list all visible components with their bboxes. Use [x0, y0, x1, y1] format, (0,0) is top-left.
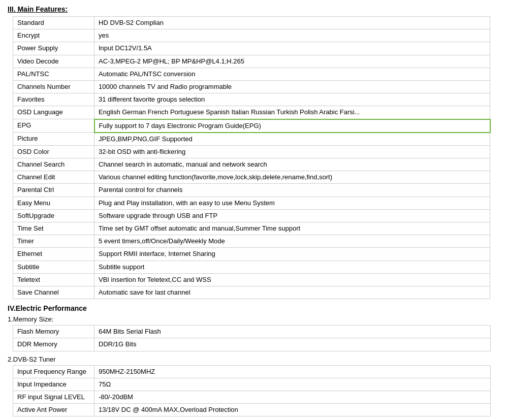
row-value: HD DVB-S2 Complian: [94, 17, 490, 29]
row-value: Input DC12V/1.5A: [94, 42, 490, 55]
section-main-features-title: III. Main Features:: [8, 5, 500, 13]
row-label: Parental Ctrl: [13, 184, 94, 197]
row-label: DDR Memory: [13, 338, 94, 351]
row-label: Time Set: [13, 222, 94, 235]
row-label: Channels Number: [13, 80, 94, 93]
row-value: Parental control for channels: [94, 184, 490, 197]
table-row: Channels Number10000 channels TV and Rad…: [13, 80, 490, 93]
row-label: Flash Memory: [13, 326, 94, 338]
table-row: SoftUpgradeSoftware upgrade through USB …: [13, 209, 490, 222]
row-value: 31 different favorite groups selection: [94, 93, 490, 106]
table-row: TeletextVBI insertion for Teletext,CC an…: [13, 273, 490, 286]
row-value: Automatic PAL/NTSC conversion: [94, 68, 490, 80]
dvb-tuner-subtitle: 2.DVB-S2 Tuner: [8, 356, 500, 363]
row-label: Standard: [13, 17, 94, 29]
row-label: Save Channel: [13, 286, 94, 299]
row-value: English German French Portuguese Spanish…: [94, 106, 490, 119]
row-label: RF input Signal LEVEL: [13, 391, 94, 403]
table-row: Input Impedance75Ω: [13, 378, 491, 391]
table-row: EthernetSupport RMII interface, Internet…: [13, 248, 490, 261]
row-value: Plug and Play installation, with an easy…: [94, 197, 490, 209]
table-row: EPGFully support to 7 days Electronic Pr…: [13, 119, 490, 133]
row-label: Video Decode: [13, 55, 94, 68]
table-row: Power SupplyInput DC12V/1.5A: [13, 42, 490, 55]
row-label: Easy Menu: [13, 197, 94, 209]
row-label: OSD Language: [13, 106, 94, 119]
row-value: yes: [94, 29, 490, 42]
memory-size-table: Flash Memory64M Bits Serial FlashDDR Mem…: [13, 325, 491, 351]
row-value: Time set by GMT offset automatic and man…: [94, 222, 490, 235]
row-value: JPEG,BMP,PNG,GIF Supported: [94, 133, 490, 146]
row-label: Timer: [13, 235, 94, 248]
table-row: RF input Signal LEVEL-80/-20dBM: [13, 391, 491, 403]
memory-size-subtitle: 1.Memory Size:: [8, 315, 500, 323]
row-value: 32-bit OSD with anti-flickering: [94, 145, 490, 158]
row-label: Active Ant Power: [13, 404, 94, 416]
dvb-tuner-table: Input Frequency Range950MHZ-2150MHZInput…: [13, 365, 491, 417]
row-value: 75Ω: [94, 378, 491, 391]
row-value: 13/18V DC @ 400mA MAX,Overload Protectio…: [94, 404, 491, 416]
section-electric-title: IV.Electric Performance: [8, 304, 500, 312]
row-value: Channel search in automatic, manual and …: [94, 158, 490, 171]
row-value: Automatic save for last channel: [94, 286, 490, 299]
row-label: Picture: [13, 133, 94, 146]
table-row: Save ChannelAutomatic save for last chan…: [13, 286, 490, 299]
row-value: AC-3,MPEG-2 MP@HL; BP MP&HP@L4.1;H.265: [94, 55, 490, 68]
row-value: Fully support to 7 days Electronic Progr…: [94, 119, 490, 133]
table-row: Parental CtrlParental control for channe…: [13, 184, 490, 197]
table-row: Video DecodeAC-3,MPEG-2 MP@HL; BP MP&HP@…: [13, 55, 490, 68]
table-row: Active Ant Power13/18V DC @ 400mA MAX,Ov…: [13, 404, 491, 416]
row-value: 5 event timers,off/Once/Daily/Weekly Mod…: [94, 235, 490, 248]
table-row: SubtitleSubtitle support: [13, 261, 490, 273]
row-label: Input Frequency Range: [13, 365, 94, 378]
row-value: -80/-20dBM: [94, 391, 491, 403]
row-label: Channel Edit: [13, 171, 94, 184]
row-label: Subtitle: [13, 261, 94, 273]
row-label: Ethernet: [13, 248, 94, 261]
table-row: Flash Memory64M Bits Serial Flash: [13, 326, 491, 338]
table-row: Channel SearchChannel search in automati…: [13, 158, 490, 171]
row-label: SoftUpgrade: [13, 209, 94, 222]
table-row: Timer5 event timers,off/Once/Daily/Weekl…: [13, 235, 490, 248]
row-value: 64M Bits Serial Flash: [94, 326, 491, 338]
table-row: Encryptyes: [13, 29, 490, 42]
row-label: Input Impedance: [13, 378, 94, 391]
table-row: Channel EditVarious channel editing func…: [13, 171, 490, 184]
row-value: 10000 channels TV and Radio programmable: [94, 80, 490, 93]
row-label: Encrypt: [13, 29, 94, 42]
table-row: OSD LanguageEnglish German French Portug…: [13, 106, 490, 119]
table-row: Favorites31 different favorite groups se…: [13, 93, 490, 106]
row-value: VBI insertion for Teletext,CC and WSS: [94, 273, 490, 286]
table-row: DDR MemoryDDR/1G Bits: [13, 338, 491, 351]
row-label: Teletext: [13, 273, 94, 286]
row-value: Subtitle support: [94, 261, 490, 273]
table-row: Time SetTime set by GMT offset automatic…: [13, 222, 490, 235]
row-label: PAL/NTSC: [13, 68, 94, 80]
row-label: Channel Search: [13, 158, 94, 171]
row-value: 950MHZ-2150MHZ: [94, 365, 491, 378]
table-row: StandardHD DVB-S2 Complian: [13, 17, 490, 29]
row-label: Power Supply: [13, 42, 94, 55]
table-row: PAL/NTSCAutomatic PAL/NTSC conversion: [13, 68, 490, 80]
table-row: Input Frequency Range950MHZ-2150MHZ: [13, 365, 491, 378]
main-features-table: StandardHD DVB-S2 ComplianEncryptyesPowe…: [13, 16, 491, 299]
table-row: Easy MenuPlug and Play installation, wit…: [13, 197, 490, 209]
table-row: OSD Color32-bit OSD with anti-flickering: [13, 145, 490, 158]
row-value: Various channel editing function(favorit…: [94, 171, 490, 184]
row-value: Support RMII interface, Internet Sharing: [94, 248, 490, 261]
row-value: Software upgrade through USB and FTP: [94, 209, 490, 222]
row-label: OSD Color: [13, 145, 94, 158]
row-label: Favorites: [13, 93, 94, 106]
row-value: DDR/1G Bits: [94, 338, 491, 351]
table-row: PictureJPEG,BMP,PNG,GIF Supported: [13, 133, 490, 146]
row-label: EPG: [13, 119, 94, 133]
